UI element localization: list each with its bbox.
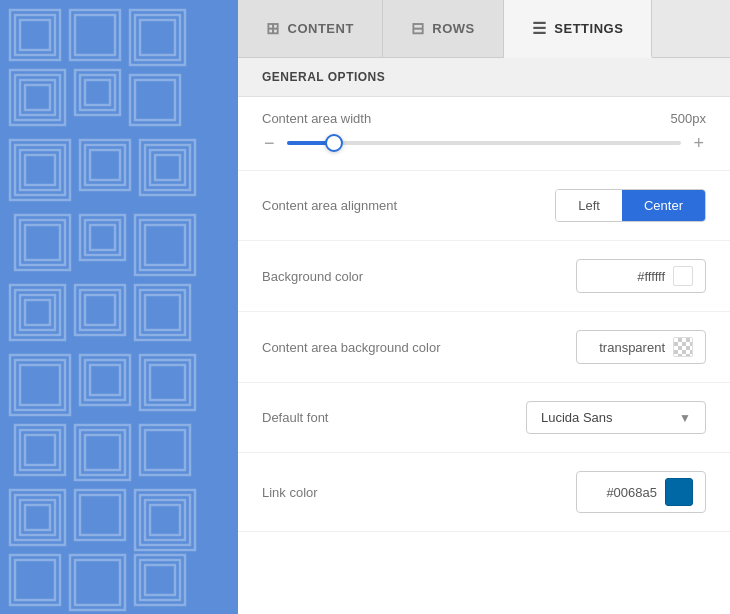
- svg-rect-45: [135, 285, 190, 340]
- tab-rows[interactable]: ⊟ ROWS: [383, 0, 504, 57]
- settings-icon: ☰: [532, 19, 547, 38]
- background-color-swatch: [673, 266, 693, 286]
- background-color-row: Background color #ffffff: [238, 241, 730, 312]
- svg-rect-31: [25, 225, 60, 260]
- slider-plus-btn[interactable]: +: [691, 134, 706, 152]
- align-left-btn[interactable]: Left: [556, 190, 622, 221]
- svg-rect-57: [15, 425, 65, 475]
- svg-rect-6: [130, 10, 185, 65]
- svg-rect-36: [140, 220, 190, 270]
- svg-rect-60: [75, 425, 130, 480]
- link-color-row: Link color #0068a5: [238, 453, 730, 532]
- chevron-down-icon: ▼: [679, 411, 691, 425]
- svg-rect-22: [80, 140, 130, 190]
- svg-rect-34: [90, 225, 115, 250]
- svg-rect-19: [15, 145, 65, 195]
- svg-rect-46: [140, 290, 185, 335]
- svg-rect-62: [85, 435, 120, 470]
- svg-rect-39: [15, 290, 60, 335]
- tab-content-label: CONTENT: [288, 21, 354, 36]
- content-bg-color-label: Content area background color: [262, 340, 441, 355]
- svg-rect-30: [20, 220, 65, 265]
- svg-rect-59: [25, 435, 55, 465]
- svg-rect-28: [155, 155, 180, 180]
- svg-rect-29: [15, 215, 70, 270]
- svg-rect-9: [10, 70, 65, 125]
- default-font-label: Default font: [262, 410, 329, 425]
- svg-rect-8: [140, 20, 175, 55]
- svg-rect-15: [85, 80, 110, 105]
- svg-rect-64: [145, 430, 185, 470]
- svg-rect-70: [80, 495, 120, 535]
- content-alignment-label: Content area alignment: [262, 198, 397, 213]
- slider-minus-btn[interactable]: −: [262, 134, 277, 152]
- svg-rect-10: [15, 75, 60, 120]
- svg-rect-74: [150, 505, 180, 535]
- svg-rect-12: [25, 85, 50, 110]
- svg-rect-5: [75, 15, 115, 55]
- svg-rect-16: [130, 75, 180, 125]
- svg-rect-75: [10, 555, 60, 605]
- svg-rect-38: [10, 285, 65, 340]
- svg-rect-63: [140, 425, 190, 475]
- svg-rect-56: [150, 365, 185, 400]
- alignment-group: Left Center: [555, 189, 706, 222]
- svg-rect-26: [145, 145, 190, 190]
- content-bg-color-value: transparent: [599, 340, 665, 355]
- tab-settings[interactable]: ☰ SETTINGS: [504, 0, 653, 58]
- svg-rect-1: [10, 10, 60, 60]
- svg-rect-13: [75, 70, 120, 115]
- svg-rect-3: [20, 20, 50, 50]
- link-color-field[interactable]: #0068a5: [576, 471, 706, 513]
- link-color-label: Link color: [262, 485, 318, 500]
- content-icon: ⊞: [266, 19, 280, 38]
- svg-rect-25: [140, 140, 195, 195]
- svg-rect-68: [25, 505, 50, 530]
- svg-rect-55: [145, 360, 190, 405]
- font-select-value: Lucida Sans: [541, 410, 613, 425]
- background-color-field[interactable]: #ffffff: [576, 259, 706, 293]
- settings-rows: Content area width 500px − + Content are…: [238, 97, 730, 532]
- svg-rect-66: [15, 495, 60, 540]
- svg-rect-72: [140, 495, 190, 545]
- svg-rect-24: [90, 150, 120, 180]
- svg-rect-37: [145, 225, 185, 265]
- svg-rect-61: [80, 430, 125, 475]
- svg-rect-47: [145, 295, 180, 330]
- svg-rect-78: [75, 560, 120, 605]
- svg-rect-65: [10, 490, 65, 545]
- slider-track: [287, 141, 682, 145]
- content-width-value: 500px: [671, 111, 706, 126]
- svg-rect-77: [70, 555, 125, 610]
- svg-rect-54: [140, 355, 195, 410]
- font-select[interactable]: Lucida Sans ▼: [526, 401, 706, 434]
- background-color-label: Background color: [262, 269, 363, 284]
- left-panel: [0, 0, 238, 614]
- svg-rect-69: [75, 490, 125, 540]
- svg-rect-50: [20, 365, 60, 405]
- slider-thumb[interactable]: [325, 134, 343, 152]
- tab-content[interactable]: ⊞ CONTENT: [238, 0, 383, 57]
- content-alignment-row: Content area alignment Left Center: [238, 171, 730, 241]
- content-bg-color-field[interactable]: transparent: [576, 330, 706, 364]
- link-color-swatch: [665, 478, 693, 506]
- tab-rows-label: ROWS: [432, 21, 474, 36]
- section-header: GENERAL OPTIONS: [238, 58, 730, 97]
- svg-rect-21: [25, 155, 55, 185]
- content-bg-color-swatch: [673, 337, 693, 357]
- background-color-value: #ffffff: [637, 269, 665, 284]
- svg-rect-4: [70, 10, 120, 60]
- section-title: GENERAL OPTIONS: [262, 70, 385, 84]
- content-width-row: Content area width 500px − +: [238, 97, 730, 171]
- svg-rect-7: [135, 15, 180, 60]
- default-font-row: Default font Lucida Sans ▼: [238, 383, 730, 453]
- rows-icon: ⊟: [411, 19, 425, 38]
- svg-rect-76: [15, 560, 55, 600]
- content-width-label: Content area width: [262, 111, 371, 126]
- svg-rect-32: [80, 215, 125, 260]
- tab-bar: ⊞ CONTENT ⊟ ROWS ☰ SETTINGS: [238, 0, 730, 58]
- tab-settings-label: SETTINGS: [554, 21, 623, 36]
- align-center-btn[interactable]: Center: [622, 190, 705, 221]
- right-panel: ⊞ CONTENT ⊟ ROWS ☰ SETTINGS GENERAL OPTI…: [238, 0, 730, 614]
- svg-rect-53: [90, 365, 120, 395]
